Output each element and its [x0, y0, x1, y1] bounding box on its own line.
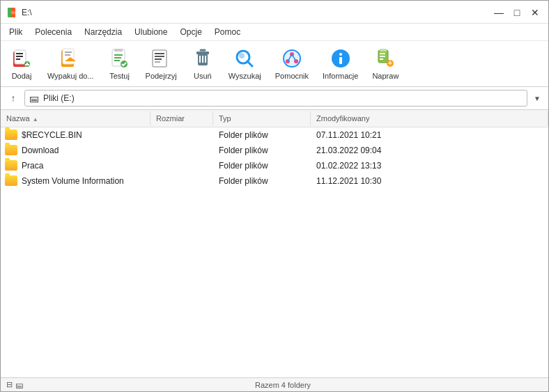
svg-rect-50	[380, 58, 383, 60]
file-name: Praca	[22, 161, 43, 171]
file-size-cell	[150, 148, 213, 152]
toolbar: Dodaj Wypakuj do... Testuj Podejrzyj Usu…	[1, 41, 548, 87]
col-header-name[interactable]: Nazwa▲	[1, 111, 150, 125]
menu-item-opcje[interactable]: Opcje	[174, 25, 207, 39]
maximize-button[interactable]: □	[509, 5, 525, 20]
col-header-type[interactable]: Typ	[213, 111, 311, 125]
file-size-cell	[150, 179, 213, 183]
menu-bar: PlikPoleceniaNarzędziaUlubioneOpcjePomoc	[1, 24, 548, 41]
svg-rect-49	[380, 56, 385, 57]
title-controls: — □ ✕	[491, 5, 543, 20]
file-name-cell: System Volume Information	[1, 173, 150, 188]
menu-item-plik[interactable]: Plik	[3, 25, 28, 39]
toolbar-wizard-button[interactable]: Pomocnik	[270, 44, 314, 84]
table-row[interactable]: $RECYCLE.BINFolder plików07.11.2021 10:2…	[1, 127, 548, 143]
toolbar-info-button[interactable]: Informacje	[318, 44, 363, 84]
address-dropdown-button[interactable]: ▼	[530, 90, 544, 107]
svg-rect-3	[11, 11, 15, 14]
menu-item-narzędzia[interactable]: Narzędzia	[79, 25, 127, 39]
svg-rect-26	[155, 58, 162, 60]
svg-line-35	[247, 61, 252, 66]
toolbar-extract-button[interactable]: Wypakuj do...	[42, 44, 99, 84]
col-header-size[interactable]: Rozmiar	[150, 111, 213, 125]
folder-icon	[5, 130, 17, 140]
table-row[interactable]: PracaFolder plików01.02.2022 13:13	[1, 158, 548, 173]
search-icon	[233, 47, 256, 70]
toolbar-delete-button[interactable]: Usuń	[186, 44, 219, 84]
svg-rect-45	[339, 57, 342, 64]
column-headers: Nazwa▲RozmiarTypZmodyfikowany	[1, 110, 548, 127]
svg-rect-24	[155, 53, 164, 54]
svg-rect-20	[114, 57, 121, 58]
toolbar-add-label: Dodaj	[12, 72, 32, 80]
status-summary: Razem 4 foldery	[255, 381, 311, 389]
file-type-cell: Folder plików	[213, 174, 311, 188]
info-icon	[330, 47, 352, 70]
file-name: Download	[22, 146, 59, 155]
svg-text:+: +	[388, 59, 392, 67]
svg-rect-48	[380, 53, 385, 54]
status-left: ⊟ 🖴	[6, 380, 23, 389]
file-modified-cell: 21.03.2022 09:04	[311, 143, 548, 157]
toolbar-delete-label: Usuń	[194, 72, 212, 80]
svg-rect-7	[16, 56, 23, 57]
menu-item-pomoc[interactable]: Pomoc	[209, 25, 246, 39]
file-name-cell: $RECYCLE.BIN	[1, 127, 150, 142]
menu-item-ulubione[interactable]: Ulubione	[129, 25, 173, 39]
sort-arrow: ▲	[33, 116, 38, 123]
svg-rect-25	[155, 56, 164, 57]
address-input[interactable]: 🖴 Pliki (E:)	[24, 90, 527, 107]
title-bar: E:\ — □ ✕	[1, 1, 548, 24]
toolbar-wizard-label: Pomocnik	[275, 72, 309, 80]
svg-point-44	[339, 53, 342, 56]
file-name: System Volume Information	[22, 176, 124, 186]
toolbar-add-button[interactable]: Dodaj	[5, 44, 38, 84]
svg-rect-11	[25, 64, 29, 65]
close-button[interactable]: ✕	[527, 5, 543, 20]
status-bar: ⊟ 🖴 Razem 4 foldery	[1, 377, 548, 391]
toolbar-repair-label: Napraw	[372, 72, 399, 80]
svg-rect-15	[65, 52, 72, 53]
file-size-cell	[150, 133, 213, 137]
test-icon	[109, 47, 131, 70]
toolbar-view-label: Podejrzyj	[146, 72, 177, 80]
svg-point-36	[239, 53, 245, 58]
toolbar-test-button[interactable]: Testuj	[103, 44, 137, 84]
toolbar-info-label: Informacje	[323, 72, 358, 80]
file-list[interactable]: $RECYCLE.BINFolder plików07.11.2021 10:2…	[1, 127, 548, 377]
main-window: E:\ — □ ✕ PlikPoleceniaNarzędziaUlubione…	[0, 0, 549, 392]
minimize-button[interactable]: —	[491, 5, 507, 20]
file-size-cell	[150, 164, 213, 168]
toolbar-extract-label: Wypakuj do...	[47, 72, 94, 80]
file-name-cell: Praca	[1, 158, 150, 173]
svg-rect-29	[196, 52, 209, 54]
add-icon	[10, 47, 33, 70]
svg-rect-19	[114, 54, 123, 56]
svg-rect-21	[114, 60, 120, 61]
folder-icon	[5, 160, 17, 171]
window-title: E:\	[22, 8, 32, 17]
file-modified-cell: 01.02.2022 13:13	[311, 159, 548, 173]
svg-rect-13	[63, 49, 74, 64]
menu-item-polecenia[interactable]: Polecenia	[29, 25, 77, 39]
extract-icon	[59, 47, 82, 70]
address-path: Pliki (E:)	[43, 93, 75, 103]
svg-rect-47	[380, 49, 387, 52]
col-header-modified[interactable]: Zmodyfikowany	[311, 111, 548, 125]
table-row[interactable]: DownloadFolder plików21.03.2022 09:04	[1, 143, 548, 158]
table-row[interactable]: System Volume InformationFolder plików11…	[1, 173, 548, 189]
folder-icon	[5, 175, 17, 186]
file-modified-cell: 07.11.2021 10:21	[311, 128, 548, 142]
file-type-cell: Folder plików	[213, 159, 311, 173]
file-modified-cell: 11.12.2021 10:30	[311, 174, 548, 188]
toolbar-view-button[interactable]: Podejrzyj	[141, 44, 182, 84]
toolbar-repair-button[interactable]: + Napraw	[367, 44, 403, 84]
status-icon-left: ⊟	[6, 380, 13, 389]
svg-rect-8	[16, 58, 20, 60]
svg-rect-18	[114, 49, 123, 52]
toolbar-search-button[interactable]: Wyszukaj	[224, 44, 266, 84]
folder-icon	[5, 145, 17, 155]
navigate-up-button[interactable]: ↑	[5, 90, 22, 107]
title-bar-left: E:\	[6, 7, 32, 18]
delete-icon	[192, 47, 214, 70]
